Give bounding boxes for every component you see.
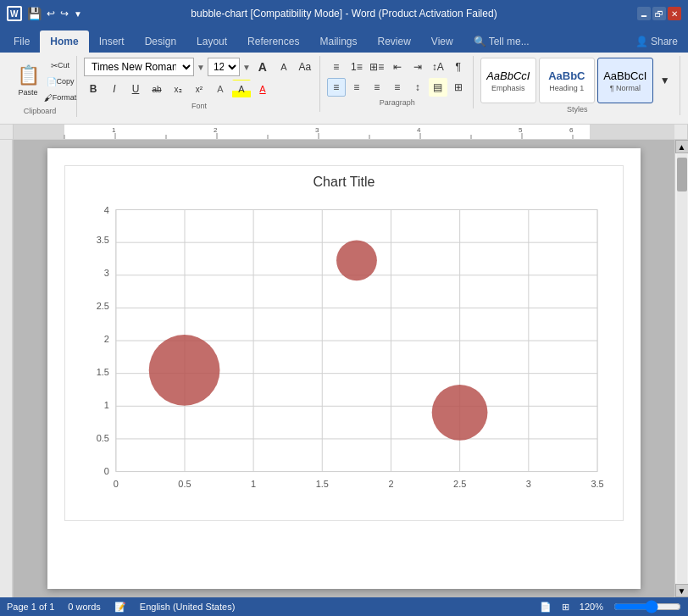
svg-point-59 — [149, 335, 220, 406]
svg-text:1.5: 1.5 — [316, 479, 329, 489]
svg-text:1: 1 — [251, 479, 256, 489]
ruler: 1 2 3 4 5 6 — [0, 125, 688, 140]
shrink-font-button[interactable]: A — [275, 58, 293, 76]
svg-rect-5 — [590, 125, 674, 139]
style-emphasis[interactable]: AaBbCcI Emphasis — [480, 58, 536, 103]
svg-text:1: 1 — [104, 400, 109, 410]
align-left-button[interactable]: ≡ — [327, 78, 346, 97]
underline-button[interactable]: U — [126, 80, 145, 98]
shading-button[interactable]: ▤ — [429, 78, 447, 97]
borders-button[interactable]: ⊞ — [449, 78, 468, 97]
svg-text:4: 4 — [104, 205, 109, 215]
increase-indent-button[interactable]: ⇥ — [408, 58, 427, 76]
svg-text:2: 2 — [104, 334, 109, 344]
document-scroll[interactable]: Chart Title — [14, 140, 674, 597]
sort-button[interactable]: ↕A — [429, 58, 447, 76]
chart-area: 0 0.5 1 1.5 2 2.5 3 3.5 4 0 0.5 1 1.5 — [74, 197, 614, 510]
svg-text:0: 0 — [114, 479, 119, 489]
share-button[interactable]: 👤 Share — [625, 31, 688, 53]
scroll-up-button[interactable]: ▲ — [675, 140, 689, 153]
format-painter-button[interactable]: 🖌 Format — [49, 90, 71, 105]
svg-rect-4 — [14, 125, 64, 139]
restore-button[interactable]: 🗗 — [652, 7, 666, 20]
svg-rect-3 — [64, 125, 590, 139]
tab-view[interactable]: View — [421, 31, 463, 53]
tab-references[interactable]: References — [237, 31, 309, 53]
copy-button[interactable]: 📄 Copy — [49, 74, 71, 89]
font-size-select[interactable]: 12 10 14 — [208, 58, 240, 76]
save-icon[interactable]: 💾 — [27, 7, 42, 20]
subscript-button[interactable]: x₂ — [169, 80, 187, 98]
cut-button[interactable]: ✂ Cut — [49, 58, 71, 73]
scroll-thumb[interactable] — [677, 158, 687, 191]
align-center-button[interactable]: ≡ — [347, 78, 366, 97]
svg-text:3: 3 — [526, 479, 531, 489]
redo-icon[interactable]: ↪ — [60, 8, 69, 19]
strikethrough-button[interactable]: ab — [147, 80, 166, 98]
decrease-indent-button[interactable]: ⇤ — [388, 58, 407, 76]
multilevel-button[interactable]: ⊞≡ — [368, 58, 386, 76]
clipboard-group: 📋 Paste ✂ Cut 📄 Copy 🖌 Format Clipboard — [3, 56, 77, 117]
right-scrollbar[interactable]: ▲ ▼ — [674, 140, 688, 597]
ruler-right — [674, 125, 688, 139]
svg-text:1: 1 — [112, 126, 116, 134]
zoom-level: 120% — [580, 602, 603, 612]
document-page: Chart Title — [47, 148, 641, 589]
tab-layout[interactable]: Layout — [186, 31, 237, 53]
show-formatting-button[interactable]: ¶ — [449, 58, 468, 76]
svg-text:W: W — [10, 9, 19, 19]
numbering-button[interactable]: 1≡ — [347, 58, 366, 76]
style-heading1[interactable]: AaBbC Heading 1 — [539, 58, 595, 103]
styles-group-label: Styles — [567, 105, 588, 115]
zoom-slider[interactable] — [613, 600, 681, 613]
text-effects-button[interactable]: A — [211, 80, 230, 98]
svg-text:5: 5 — [519, 126, 523, 134]
tab-mailings[interactable]: Mailings — [309, 31, 367, 53]
styles-more-button[interactable]: ▼ — [656, 71, 674, 90]
chart-container[interactable]: Chart Title — [64, 165, 624, 521]
align-right-button[interactable]: ≡ — [368, 78, 386, 97]
svg-text:3.5: 3.5 — [591, 479, 603, 489]
highlight-button[interactable]: A — [232, 80, 251, 98]
tab-file[interactable]: File — [3, 31, 40, 53]
paragraph-group-label: Paragraph — [380, 98, 415, 108]
svg-text:3: 3 — [104, 268, 109, 278]
style-normal[interactable]: AaBbCcI ¶ Normal — [597, 58, 653, 103]
font-family-dropdown-icon: ▼ — [197, 63, 205, 72]
word-count: 0 words — [68, 602, 101, 612]
svg-text:6: 6 — [569, 126, 574, 134]
svg-text:2.5: 2.5 — [453, 479, 466, 489]
tab-insert[interactable]: Insert — [89, 31, 135, 53]
close-button[interactable]: ✕ — [668, 7, 681, 20]
line-spacing-button[interactable]: ↕ — [408, 78, 427, 97]
track-changes-icon[interactable]: 📄 — [540, 602, 552, 613]
tab-home[interactable]: Home — [40, 31, 88, 53]
tab-review[interactable]: Review — [367, 31, 420, 53]
view-options[interactable]: ⊞ — [562, 602, 569, 613]
document-area: Chart Title — [0, 140, 688, 597]
paste-button[interactable]: 📋 Paste — [8, 58, 47, 103]
grow-font-button[interactable]: A — [253, 58, 272, 76]
tab-design[interactable]: Design — [135, 31, 186, 53]
quick-access-dropdown[interactable]: ▼ — [74, 9, 82, 19]
italic-button[interactable]: I — [105, 80, 124, 98]
minimize-button[interactable]: 🗕 — [637, 7, 651, 20]
justify-button[interactable]: ≡ — [388, 78, 407, 97]
proofing-icon[interactable]: 📝 — [114, 602, 126, 613]
clear-format-button[interactable]: Aa — [296, 58, 314, 76]
svg-text:0.5: 0.5 — [97, 433, 109, 443]
bullets-button[interactable]: ≡ — [327, 58, 346, 76]
tab-tell-me[interactable]: 🔍 Tell me... — [463, 31, 540, 53]
svg-text:0.5: 0.5 — [178, 479, 191, 489]
font-color-button[interactable]: A — [253, 80, 272, 98]
scroll-down-button[interactable]: ▼ — [675, 584, 689, 597]
svg-text:3: 3 — [315, 126, 319, 134]
svg-text:2: 2 — [388, 479, 393, 489]
page-info: Page 1 of 1 — [7, 602, 54, 612]
bold-button[interactable]: B — [84, 80, 103, 98]
svg-text:0: 0 — [104, 466, 109, 476]
undo-icon[interactable]: ↩ — [47, 8, 55, 19]
superscript-button[interactable]: x² — [190, 80, 208, 98]
language[interactable]: English (United States) — [140, 602, 236, 612]
font-family-select[interactable]: Times New Roman Arial Calibri — [84, 58, 194, 76]
